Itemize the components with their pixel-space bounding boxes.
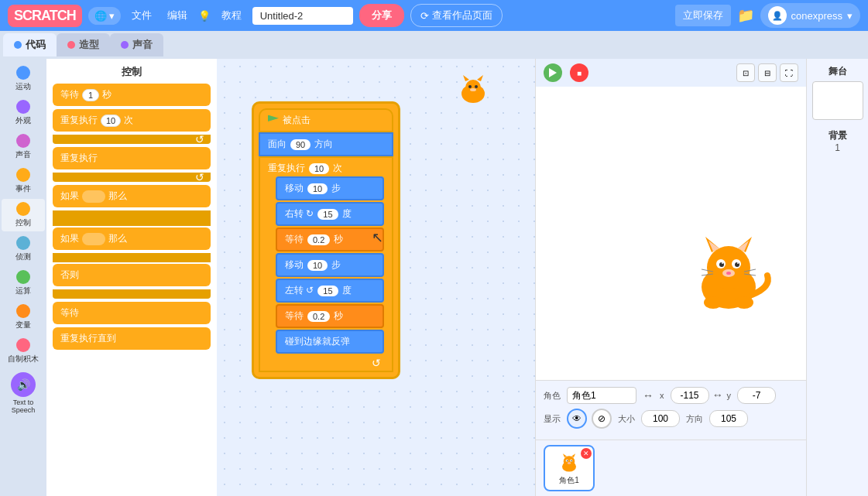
if2-label: 如果: [60, 232, 79, 245]
move1-suffix: 步: [331, 182, 341, 195]
repeat-input[interactable]: 10: [101, 115, 121, 127]
category-sensing[interactable]: 侦测: [2, 233, 45, 265]
normal-stage-button[interactable]: ⊟: [758, 63, 777, 82]
variables-dot: [16, 304, 30, 318]
repeat10-header: 重复执行 10 次: [268, 162, 384, 175]
move2-input[interactable]: 10: [307, 260, 328, 271]
move10-block[interactable]: 移动 10 步: [276, 176, 384, 200]
wait1-block[interactable]: 等待 0.2 秒: [276, 227, 384, 251]
category-variables[interactable]: 变量: [2, 301, 45, 334]
repeat-block[interactable]: 重复执行 10 次: [53, 109, 211, 132]
category-tts[interactable]: 🔊 Text to Speech: [2, 369, 45, 417]
small-stage-button[interactable]: ⊡: [736, 63, 755, 82]
wait-input[interactable]: 1: [82, 89, 99, 101]
language-selector[interactable]: 🌐 ▾: [88, 7, 121, 25]
category-control[interactable]: 控制: [2, 199, 45, 231]
share-button[interactable]: 分享: [359, 4, 404, 27]
turn-right-input[interactable]: 15: [317, 209, 338, 220]
bounce-label: 碰到边缘就反弹: [285, 335, 350, 348]
face-input[interactable]: 90: [290, 139, 310, 150]
svg-point-20: [726, 272, 731, 275]
move1-input[interactable]: 10: [307, 183, 328, 194]
save-button[interactable]: 立即保存: [675, 5, 731, 26]
edit-menu[interactable]: 编辑: [163, 5, 192, 26]
backdrop-label: 背景: [829, 129, 847, 142]
category-events[interactable]: 事件: [2, 165, 45, 197]
category-looks[interactable]: 外观: [2, 97, 45, 129]
move10b-block[interactable]: 移动 10 步: [276, 253, 384, 277]
tutorial-button[interactable]: 教程: [217, 5, 246, 26]
run-flag-button[interactable]: [544, 63, 562, 82]
wait2-block[interactable]: 等待 0.2 秒: [276, 304, 384, 328]
stop-button[interactable]: ■: [570, 63, 588, 82]
wait1-input[interactable]: 0.2: [307, 234, 330, 245]
view-page-button[interactable]: ⟳ 查看作品页面: [410, 4, 503, 27]
repeat10-outer[interactable]: 重复执行 10 次 移动 10 步 右转 ↻ 15 度: [259, 156, 393, 372]
tab-code[interactable]: 代码: [3, 33, 57, 56]
if-else-block[interactable]: 如果 那么: [53, 227, 211, 250]
panel-title: 控制: [53, 65, 211, 79]
category-sound[interactable]: 声音: [2, 131, 45, 163]
operators-label: 运算: [15, 286, 31, 296]
turn-left-label: 左转 ↺: [285, 284, 314, 297]
wait-until-block[interactable]: 等待: [53, 302, 211, 324]
file-menu[interactable]: 文件: [127, 5, 156, 26]
repeat-end-arrow: ↺: [268, 355, 384, 371]
stage-thumbnail[interactable]: [812, 81, 863, 120]
stage-cat-sprite: [682, 225, 775, 318]
bounce-block[interactable]: 碰到边缘就反弹: [276, 330, 384, 354]
direction-input[interactable]: [709, 410, 748, 427]
when-flag-block[interactable]: 被点击: [259, 108, 393, 132]
wait2-input[interactable]: 0.2: [307, 311, 330, 322]
if-then-label: 那么: [108, 190, 127, 203]
show-buttons: 👁 ⊘: [567, 409, 612, 429]
code-stack: 被点击 面向 90 方向 重复执行 10 次 移动 10: [252, 101, 400, 379]
svg-point-4: [468, 85, 472, 88]
move2-label: 移动: [285, 258, 304, 272]
sprite-list: ✕ 角色1: [536, 440, 806, 496]
repeat-until-block[interactable]: 重复执行直到: [53, 327, 211, 350]
category-operators[interactable]: 运算: [2, 267, 45, 299]
when-flag-label: 被点击: [283, 114, 310, 127]
sprite-info-panel: 角色 ↔ x ↕ y 显示 👁 ⊘ 大小 方向: [536, 380, 806, 440]
user-menu[interactable]: 👤 conexpress ▾: [760, 3, 860, 28]
tab-bar: 代码 造型 声音: [0, 31, 868, 59]
script-area[interactable]: 被点击 面向 90 方向 重复执行 10 次 移动 10: [217, 59, 535, 496]
stage-view-buttons: ⊡ ⊟ ⛶: [736, 63, 798, 82]
forever-block[interactable]: 重复执行: [53, 147, 211, 169]
y-input[interactable]: [737, 387, 776, 404]
else-block[interactable]: 否则: [53, 264, 211, 286]
sprite-thumb-1[interactable]: ✕ 角色1: [544, 445, 595, 491]
show-visible-button[interactable]: 👁: [567, 409, 587, 429]
sprite-delete-button[interactable]: ✕: [581, 448, 592, 459]
repeat10-label: 重复执行: [268, 162, 305, 175]
svg-marker-3: [477, 75, 483, 81]
user-arrow-icon: ▾: [847, 10, 853, 22]
project-name-input[interactable]: [252, 7, 353, 25]
wait1-label: 等待: [285, 233, 304, 246]
tab-sound[interactable]: 声音: [110, 33, 163, 56]
repeat10-input[interactable]: 10: [309, 163, 329, 174]
fullscreen-button[interactable]: ⛶: [780, 63, 798, 82]
svg-point-34: [571, 460, 572, 462]
wait-block[interactable]: 等待 1 秒: [53, 84, 211, 106]
face-direction-block[interactable]: 面向 90 方向: [259, 132, 393, 156]
stage-toolbar: ■ ⊡ ⊟ ⛶: [536, 59, 806, 87]
category-myblocks[interactable]: 自制积木: [2, 335, 45, 368]
turn-left-block[interactable]: 左转 ↺ 15 度: [276, 279, 384, 303]
tab-sound-dot: [121, 41, 129, 49]
if-block[interactable]: 如果 那么: [53, 185, 211, 207]
globe-arrow: ▾: [109, 10, 115, 22]
turn-left-input[interactable]: 15: [317, 286, 338, 296]
repeat10-suffix: 次: [333, 162, 342, 175]
turn-right-block[interactable]: 右转 ↻ 15 度: [276, 202, 384, 226]
tab-costume-dot: [67, 41, 75, 49]
sprite-name-input[interactable]: [567, 387, 636, 404]
svg-point-6: [470, 88, 476, 91]
folder-icon[interactable]: 📁: [737, 7, 754, 24]
size-input[interactable]: [641, 410, 680, 427]
tab-costume[interactable]: 造型: [57, 33, 110, 56]
category-motion[interactable]: 运动: [2, 63, 45, 95]
x-input[interactable]: [671, 387, 709, 404]
show-hidden-button[interactable]: ⊘: [592, 409, 612, 429]
